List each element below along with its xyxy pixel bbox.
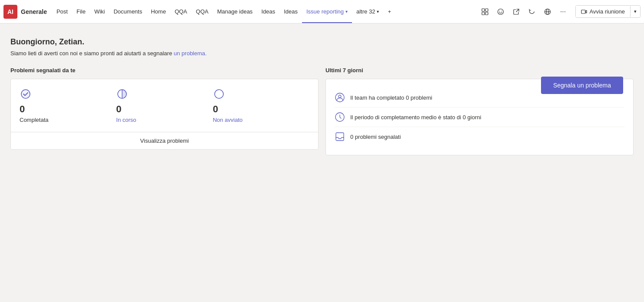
segnala-problema-button[interactable]: Segnala un problema <box>541 77 623 94</box>
globe-icon-button[interactable] <box>541 5 554 19</box>
nav-item-post[interactable]: Post <box>52 0 72 23</box>
right-stat-item-2: Il periodo di completamento medio è stat… <box>335 107 624 127</box>
svg-point-5 <box>499 10 500 11</box>
avvia-dropdown-arrow[interactable]: ▾ <box>630 6 640 17</box>
right-stat-item-3: 0 problemi segnalati <box>335 127 624 146</box>
non-avviato-label: Non avviato <box>213 117 243 123</box>
stat-in-corso: 0 In corso <box>116 88 212 123</box>
stats-panel: 0 Completata 0 In corso <box>10 79 319 150</box>
nav-actions: ··· Avvia riunione ▾ <box>478 5 641 19</box>
right-stat-1-text: Il team ha completato 0 problemi <box>350 94 432 101</box>
in-corso-label: In corso <box>116 117 136 123</box>
svg-point-15 <box>215 90 223 98</box>
nav-item-manage-ideas[interactable]: Manage ideas <box>213 0 257 23</box>
stat-non-avviato: 0 Non avviato <box>213 88 309 123</box>
nav-item-qqa2[interactable]: QQA <box>192 0 213 23</box>
svg-rect-19 <box>336 133 344 141</box>
emoji-icon <box>497 8 504 15</box>
person-circle-icon <box>335 92 345 103</box>
svg-rect-2 <box>482 12 485 15</box>
nav-item-file[interactable]: File <box>72 0 90 23</box>
subtitle-link[interactable]: un problema. <box>174 50 207 57</box>
avvia-button-label: Avvia riunione <box>590 8 625 15</box>
nav-item-wiki[interactable]: Wiki <box>90 0 110 23</box>
right-stat-3-text: 0 problemi segnalati <box>350 134 401 140</box>
right-stat-2-text: Il periodo di completamento medio è stat… <box>350 114 481 121</box>
svg-point-4 <box>498 9 503 14</box>
chevron-down-icon: ▾ <box>377 9 379 14</box>
app-name: Generale <box>21 8 47 15</box>
svg-point-12 <box>21 90 30 98</box>
completata-count: 0 <box>20 104 25 115</box>
chevron-down-icon: ▾ <box>345 9 348 14</box>
avvia-riunione-split: Avvia riunione ▾ <box>575 5 641 18</box>
left-panel: Problemi segnalati da te 0 Com <box>10 67 319 155</box>
svg-rect-3 <box>485 12 488 15</box>
nav-item-altre[interactable]: altre 32 ▾ <box>352 0 383 23</box>
completata-label: Completata <box>20 117 48 123</box>
video-icon <box>581 9 587 15</box>
svg-point-6 <box>501 10 502 11</box>
in-corso-count: 0 <box>116 104 121 115</box>
nav-items: Post File Wiki Documents Home QQA QQA Ma… <box>52 0 478 23</box>
half-circle-icon <box>116 88 128 100</box>
main-content: Buongiorno, Zetian. Siamo lieti di avert… <box>0 23 644 166</box>
nav-item-documents[interactable]: Documents <box>109 0 146 23</box>
visualizza-problemi-button[interactable]: Visualizza problemi <box>11 132 318 149</box>
app-icon: AI <box>3 5 17 19</box>
external-link-icon <box>513 8 520 15</box>
more-icon-button[interactable]: ··· <box>556 5 570 19</box>
clock-icon <box>335 112 345 122</box>
svg-rect-1 <box>485 9 488 11</box>
header-area: Buongiorno, Zetian. Siamo lieti di avert… <box>10 37 634 57</box>
right-panel-title: Ultimi 7 giorni <box>325 67 634 74</box>
refresh-icon <box>528 8 535 15</box>
greeting-heading: Buongiorno, Zetian. <box>10 37 634 47</box>
nav-item-home[interactable]: Home <box>146 0 170 23</box>
grid-icon <box>481 8 488 15</box>
grid-icon-button[interactable] <box>478 5 492 19</box>
emoji-icon-button[interactable] <box>494 5 508 19</box>
non-avviato-count: 0 <box>213 104 218 115</box>
subtitle-before: Siamo lieti di averti con noi e siamo pr… <box>10 50 174 57</box>
external-link-icon-button[interactable] <box>509 5 523 19</box>
nav-item-ideas2[interactable]: Ideas <box>279 0 302 23</box>
stat-completata: 0 Completata <box>20 88 116 123</box>
svg-rect-0 <box>482 9 485 11</box>
stats-row: 0 Completata 0 In corso <box>20 88 309 132</box>
top-navigation: AI Generale Post File Wiki Documents Hom… <box>0 0 644 23</box>
avvia-riunione-button[interactable]: Avvia riunione <box>576 6 630 17</box>
svg-point-17 <box>339 95 341 98</box>
subtitle-text: Siamo lieti di averti con noi e siamo pr… <box>10 50 634 57</box>
empty-circle-icon <box>213 88 225 100</box>
check-circle-icon <box>20 88 32 100</box>
inbox-icon <box>335 131 345 142</box>
svg-rect-10 <box>581 10 585 13</box>
two-column-layout: Problemi segnalati da te 0 Com <box>10 67 634 155</box>
nav-item-ideas1[interactable]: Ideas <box>257 0 279 23</box>
nav-item-qqa1[interactable]: QQA <box>170 0 192 23</box>
nav-item-issue-reporting[interactable]: Issue reporting ▾ <box>302 0 352 23</box>
refresh-icon-button[interactable] <box>525 5 539 19</box>
left-panel-title: Problemi segnalati da te <box>10 67 319 74</box>
nav-item-add[interactable]: + <box>383 0 395 23</box>
globe-icon <box>544 8 551 15</box>
